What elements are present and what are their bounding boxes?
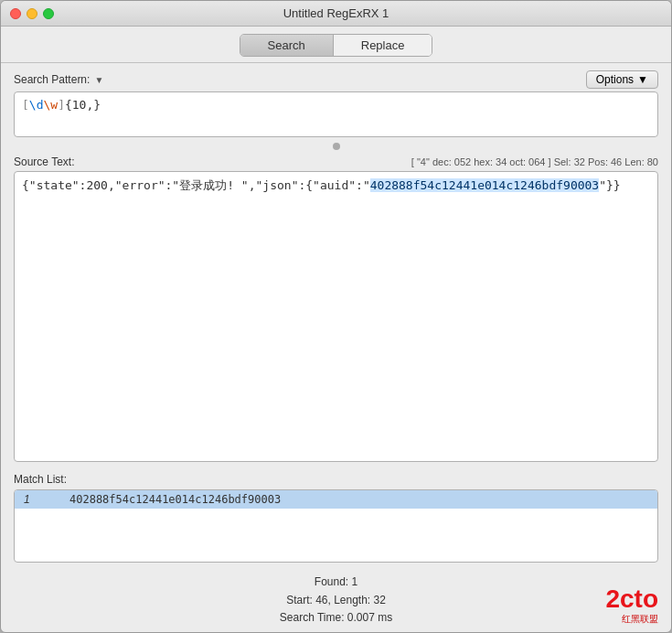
- search-pattern-header: Search Pattern: ▼ Options ▼: [14, 70, 658, 89]
- tab-replace[interactable]: Replace: [334, 35, 432, 56]
- source-text-input[interactable]: {"state":200,"error":"登录成功! ","json":{"a…: [14, 171, 658, 462]
- tab-search[interactable]: Search: [240, 35, 334, 56]
- source-text-after: "}}: [599, 178, 620, 192]
- match-index: 1: [24, 493, 42, 506]
- title-bar: Untitled RegExRX 1: [1, 1, 671, 27]
- maximize-button[interactable]: [43, 8, 54, 19]
- footer-search-time: Search Time: 0.007 ms: [1, 609, 671, 627]
- match-list-section: Match List: 1 402888f54c12441e014c1246bd…: [1, 469, 671, 566]
- pattern-backslash-w: \w: [43, 98, 58, 112]
- match-list-label: Match List:: [14, 473, 658, 486]
- source-text-match: 402888f54c12441e014c1246bdf90003: [370, 178, 599, 192]
- divider-dot: [333, 143, 340, 150]
- source-text-label: Source Text:: [14, 156, 74, 168]
- close-button[interactable]: [10, 8, 21, 19]
- footer: Found: 1 Start: 46, Length: 32 Search Ti…: [1, 566, 671, 632]
- divider: [14, 143, 658, 150]
- options-button[interactable]: Options ▼: [586, 70, 658, 89]
- source-text-before: {"state":200,"error":"登录成功! ","json":{"a…: [22, 178, 370, 192]
- main-content: Search Pattern: ▼ Options ▼ [\d\w]{10,} …: [1, 63, 671, 469]
- traffic-lights: [10, 8, 54, 19]
- brand-section: 2cto 红黑联盟: [605, 586, 658, 627]
- char-info: [ "4" dec: 052 hex: 34 oct: 064 ] Sel: 3…: [411, 156, 658, 167]
- search-pattern-label-row: Search Pattern: ▼: [14, 73, 103, 86]
- footer-found: Found: 1: [1, 574, 671, 591]
- toolbar: Search Replace: [1, 27, 671, 63]
- source-text-header: Source Text: [ "4" dec: 052 hex: 34 oct:…: [14, 156, 658, 168]
- footer-start-length: Start: 46, Length: 32: [1, 592, 671, 609]
- search-pattern-input[interactable]: [\d\w]{10,}: [14, 91, 658, 137]
- app-window: Untitled RegExRX 1 Search Replace Search…: [0, 0, 672, 633]
- pattern-dropdown-arrow[interactable]: ▼: [94, 75, 103, 85]
- minimize-button[interactable]: [27, 8, 37, 19]
- source-text-section: Source Text: [ "4" dec: 052 hex: 34 oct:…: [14, 156, 658, 462]
- search-pattern-label: Search Pattern:: [14, 73, 90, 86]
- match-row[interactable]: 1 402888f54c12441e014c1246bdf90003: [15, 490, 657, 509]
- search-pattern-section: Search Pattern: ▼ Options ▼ [\d\w]{10,}: [14, 70, 658, 137]
- pattern-bracket-open: [: [22, 98, 29, 112]
- match-value: 402888f54c12441e014c1246bdf90003: [69, 493, 281, 506]
- pattern-bracket-close: ]: [58, 98, 65, 112]
- pattern-backslash-d: \d: [29, 98, 44, 112]
- pattern-quantifier: {10,}: [65, 98, 101, 112]
- brand-2cto: 2cto: [605, 586, 658, 612]
- match-list: 1 402888f54c12441e014c1246bdf90003: [14, 489, 658, 563]
- window-title: Untitled RegExRX 1: [283, 6, 389, 20]
- tab-group: Search Replace: [240, 34, 433, 57]
- brand-sub: 红黑联盟: [622, 612, 658, 627]
- options-dropdown-icon: ▼: [637, 73, 648, 86]
